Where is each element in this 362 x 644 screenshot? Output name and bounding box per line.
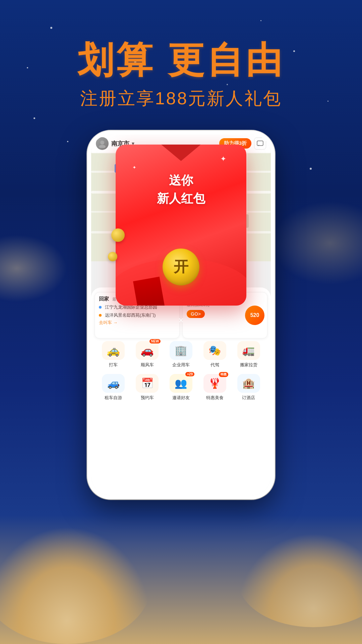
user-avatar[interactable] — [96, 137, 109, 150]
red-packet-text: 送你 新人红包 — [157, 171, 205, 208]
taxi-service[interactable]: 🚕 打车 — [97, 341, 130, 368]
main-title: 划算 更自由 — [0, 40, 362, 80]
invite-service[interactable]: 👥 +29 邀请好友 — [164, 374, 198, 401]
new-badge: NEW — [149, 339, 161, 343]
food-service[interactable]: 🦞 特惠 特惠美食 — [198, 374, 232, 401]
header-section: 划算 更自由 注册立享188元新人礼包 — [0, 0, 362, 110]
go-home-link[interactable]: 去叫车 → — [99, 320, 175, 326]
sub-title: 注册立享188元新人礼包 — [0, 87, 362, 110]
open-button[interactable]: 开 — [163, 249, 199, 285]
gold-ball-small — [108, 252, 117, 261]
svg-point-1 — [99, 145, 106, 148]
home-addr-2: 远洋风景名邸西苑(东南门) — [99, 312, 175, 318]
food-label: 特惠美食 — [206, 395, 224, 401]
red-packet-body: ✦ ✦ 送你 新人红包 开 — [116, 145, 246, 306]
cloud-decoration — [238, 533, 362, 627]
cloud-decoration — [0, 527, 151, 644]
moving-label: 搬家拉货 — [240, 362, 257, 368]
reservation-label: 预约车 — [141, 395, 154, 401]
rental-service[interactable]: 🚙 租车自游 — [97, 374, 130, 401]
enterprise-service[interactable]: 🏢 企业用车 — [164, 341, 198, 368]
svg-rect-2 — [257, 141, 263, 146]
discount-badge: +29 — [185, 372, 194, 376]
invite-label: 邀请好友 — [172, 395, 190, 401]
sparkle-icon-2: ✦ — [132, 165, 136, 170]
hotel-service[interactable]: 🏨 订酒店 — [232, 374, 265, 401]
hotel-label: 订酒店 — [242, 395, 255, 401]
phone-mockup: 📄 ♛ ⊞ 🔇 18:12 ⊙ 98.9 🛜 98% — [0, 130, 362, 499]
moving-service[interactable]: 🚛 搬家拉货 — [232, 341, 265, 368]
message-button[interactable] — [254, 138, 266, 150]
phone-inner: 📄 ♛ ⊞ 🔇 18:12 ⊙ 98.9 🛜 98% — [91, 135, 271, 495]
enterprise-label: 企业用车 — [172, 362, 190, 368]
rental-label: 租车自游 — [105, 395, 122, 401]
driver-service[interactable]: 🎭 代驾 — [198, 341, 232, 368]
service-icons-grid: 🚕 打车 🚗 NEW 顺风车 🏢 — [91, 341, 271, 401]
prize-badge: 520 — [245, 306, 264, 325]
svg-point-0 — [100, 141, 104, 145]
phone-frame: 📄 ♛ ⊞ 🔇 18:12 ⊙ 98.9 🛜 98% — [87, 130, 275, 499]
special-badge: 特惠 — [219, 372, 228, 377]
taxi-label: 打车 — [109, 362, 118, 368]
sparkle-icon: ✦ — [220, 155, 226, 163]
rideshare-service[interactable]: 🚗 NEW 顺风车 — [130, 341, 164, 368]
go-button[interactable]: GO> — [187, 310, 205, 318]
gold-ball-large — [111, 228, 125, 242]
red-packet-overlay[interactable]: ✦ ✦ 送你 新人红包 开 — [116, 145, 246, 306]
driver-label: 代驾 — [210, 362, 219, 368]
rideshare-label: 顺风车 — [141, 362, 154, 368]
reservation-service[interactable]: 📅 预约车 — [130, 374, 164, 401]
close-red-packet-button[interactable]: × — [178, 315, 184, 326]
